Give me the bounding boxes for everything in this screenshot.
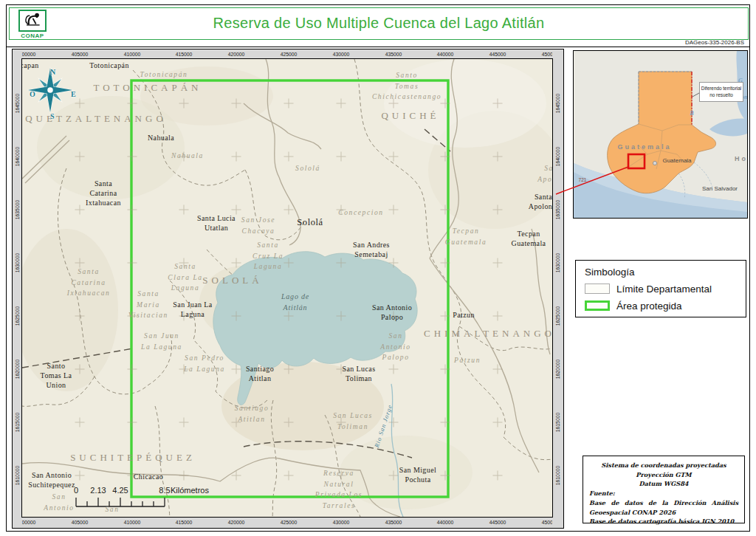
axis-tick: 440000 (437, 52, 454, 57)
map-artwork (22, 59, 552, 517)
legend-item-protected-area: Área protegida (585, 300, 682, 312)
axis-tick: 415000 (176, 52, 193, 57)
axis-tick: 1620000 (15, 360, 20, 379)
crs-line: Datum WGS84 (589, 479, 738, 489)
axis-tick: 400000 (22, 520, 35, 525)
guatemala-city-dot (653, 161, 656, 165)
conap-logo-text: CONAP (14, 32, 51, 39)
axis-tick: 425000 (281, 520, 298, 525)
axis-tick: 405000 (72, 520, 89, 525)
scale-bar (76, 498, 165, 506)
axis-tick: 425000 (281, 52, 298, 57)
axis-tick: 1645000 (555, 94, 560, 113)
axis-tick: 450000 (542, 52, 552, 57)
legend-title: Simbología (585, 267, 635, 278)
inset-map: GuatemalaHoGuatemalaSan Salvador721BGHon… (573, 50, 748, 219)
crs-line: Proyección GTM (589, 470, 738, 480)
axis-tick: 430000 (333, 52, 350, 57)
header: CONAP Reserva de Uso Multiple Cuenca del… (9, 7, 749, 40)
axis-tick: 1640000 (555, 147, 560, 166)
axis-tick: 1630000 (555, 253, 560, 272)
axis-tick: 400000 (22, 52, 35, 57)
axis-tick: 440000 (437, 520, 454, 525)
legend: Simbología Límite Departamental Área pro… (575, 260, 746, 317)
axis-tick: 1610000 (15, 466, 20, 485)
source-line: Base de datos cartografía básica IGN 201… (589, 517, 738, 526)
source-line: Base de datos de la Dirección Análisis G… (589, 498, 738, 517)
axis-left: 1645000164000016350001630000162500016200… (13, 59, 21, 517)
axis-tick: 1615000 (555, 413, 560, 432)
axis-tick: 1645000 (15, 94, 20, 113)
legend-label: Área protegida (616, 300, 682, 312)
axis-right: 1645000164000016350001630000162500016200… (553, 59, 562, 517)
header-divider (6, 47, 750, 47)
axis-tick: 1630000 (15, 253, 20, 272)
axis-tick: 1615000 (15, 413, 20, 432)
axis-tick: 1635000 (555, 200, 560, 219)
credits-box: Sistema de coordenadas proyectadas Proye… (583, 456, 745, 523)
axis-tick: 1625000 (15, 306, 20, 326)
legend-label: Límite Departamental (616, 284, 712, 295)
axis-tick: 415000 (176, 520, 193, 525)
axis-tick: 1640000 (15, 147, 20, 166)
axis-bottom: 4000004050004100004150004200004250004300… (22, 518, 552, 526)
axis-tick: 410000 (124, 520, 141, 525)
fuente-label: Fuente: (589, 489, 738, 498)
axis-tick: 420000 (228, 52, 245, 57)
map-canvas: capanTotonicapánNahualaSanta Catarina Ix… (21, 58, 553, 518)
protected-area-swatch (585, 300, 610, 311)
document-id: DAGeos-335-2026-BS (685, 39, 744, 46)
axis-tick: 1635000 (15, 200, 20, 219)
axis-tick: 405000 (72, 52, 89, 57)
axis-top: 4000004050004100004150004200004250004300… (22, 49, 552, 58)
axis-tick: 1610000 (555, 466, 560, 485)
legend-item-departmental: Límite Departamental (585, 283, 712, 295)
departmental-boundary-swatch (585, 284, 610, 294)
axis-tick: 445000 (489, 52, 506, 57)
axis-tick: 450000 (542, 520, 552, 525)
axis-tick: 430000 (333, 520, 350, 525)
axis-tick: 445000 (489, 520, 506, 525)
axis-tick: 1620000 (555, 360, 560, 379)
axis-tick: 410000 (124, 52, 141, 57)
axis-tick: 420000 (228, 520, 245, 525)
territorial-note: Diferendo territorial no resuelto (699, 82, 743, 102)
axis-tick: 435000 (385, 520, 402, 525)
axis-tick: 435000 (385, 52, 402, 57)
main-map-frame: 4000004050004100004150004200004250004300… (12, 49, 564, 529)
page-title: Reserva de Uso Multiple Cuenca del Lago … (10, 15, 748, 32)
axis-tick: 1625000 (555, 306, 560, 326)
inset-artwork (574, 51, 747, 218)
crs-line: Sistema de coordenadas proyectadas (589, 461, 738, 470)
